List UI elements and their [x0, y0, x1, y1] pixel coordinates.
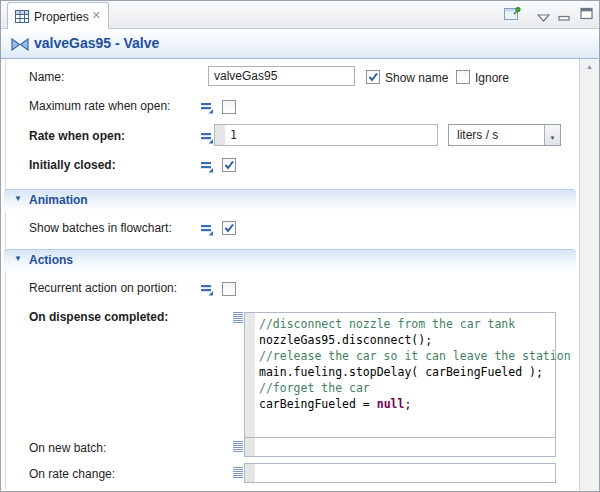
ignore-label: Ignore: [475, 71, 509, 85]
minimize-icon[interactable]: [558, 11, 571, 25]
recurrent-action-checkbox[interactable]: [222, 282, 236, 296]
max-rate-label: Maximum rate when open:: [29, 99, 170, 113]
on-new-batch-field[interactable]: [244, 437, 556, 457]
maximize-icon[interactable]: [580, 7, 594, 23]
close-icon[interactable]: ✕: [92, 9, 101, 22]
collapse-arrow-icon: ▼: [14, 254, 22, 263]
show-batches-checkbox[interactable]: [222, 221, 236, 235]
section-animation-label: Animation: [29, 193, 88, 207]
dynamic-value-icon[interactable]: [200, 159, 214, 173]
editor-gutter: [245, 313, 255, 438]
element-header: valveGas95 - Valve: [1, 29, 599, 59]
dynamic-value-icon[interactable]: [200, 282, 214, 296]
rate-label: Rate when open:: [29, 129, 125, 143]
code-lines-icon[interactable]: [233, 467, 243, 479]
tab-label: Properties: [34, 10, 89, 24]
on-new-batch-label: On new batch:: [29, 441, 106, 455]
recurrent-action-label: Recurrent action on portion:: [29, 281, 177, 295]
name-label: Name:: [29, 70, 64, 84]
rate-value-field[interactable]: 1: [214, 124, 438, 146]
properties-table-icon: [15, 10, 29, 26]
tab-properties[interactable]: Properties ✕: [7, 2, 109, 29]
pin-view-icon[interactable]: [504, 6, 521, 24]
view-menu-icon[interactable]: [537, 11, 550, 25]
collapse-arrow-icon: ▼: [14, 194, 22, 203]
code-field-gutter: [245, 438, 255, 456]
content-border: [5, 59, 6, 489]
max-rate-checkbox[interactable]: [222, 100, 236, 114]
combo-arrow-button[interactable]: ▼: [544, 125, 560, 145]
section-animation[interactable]: ▼ Animation: [4, 189, 576, 211]
dynamic-value-icon[interactable]: [200, 100, 214, 114]
properties-view: Properties ✕: [0, 0, 600, 492]
rate-units-value: liters / s: [457, 128, 498, 142]
show-name-checkbox[interactable]: [366, 70, 380, 84]
code-field-gutter: [215, 125, 225, 145]
rate-value: 1: [230, 128, 237, 142]
code-lines-icon[interactable]: [233, 312, 243, 324]
name-input[interactable]: [208, 66, 355, 86]
vertical-scrollbar[interactable]: ▲: [579, 59, 599, 491]
valve-icon: [11, 38, 29, 54]
code-lines-icon[interactable]: [233, 441, 243, 453]
rate-units-select[interactable]: liters / s ▼: [448, 124, 561, 146]
dynamic-value-icon[interactable]: [200, 222, 214, 236]
on-dispense-code-editor[interactable]: //disconnect nozzle from the car tanknoz…: [244, 312, 556, 439]
on-rate-change-label: On rate change:: [29, 467, 115, 481]
chevron-down-icon: ▼: [550, 135, 556, 141]
ignore-checkbox[interactable]: [456, 70, 470, 84]
section-actions[interactable]: ▼ Actions: [4, 249, 576, 271]
dynamic-value-icon[interactable]: [200, 130, 214, 144]
code-field-gutter: [245, 464, 255, 482]
tab-bar: Properties ✕: [1, 1, 599, 29]
on-rate-change-field[interactable]: [244, 463, 556, 483]
page-title: valveGas95 - Valve: [34, 35, 159, 51]
initially-closed-checkbox[interactable]: [222, 158, 236, 172]
initially-closed-label: Initially closed:: [29, 158, 116, 172]
scroll-up-icon[interactable]: ▲: [580, 59, 599, 75]
code-editor-lines: //disconnect nozzle from the car tanknoz…: [259, 316, 571, 412]
show-name-label: Show name: [385, 71, 448, 85]
show-batches-label: Show batches in flowchart:: [29, 221, 172, 235]
section-actions-label: Actions: [29, 253, 73, 267]
on-dispense-label: On dispense completed:: [29, 310, 168, 324]
